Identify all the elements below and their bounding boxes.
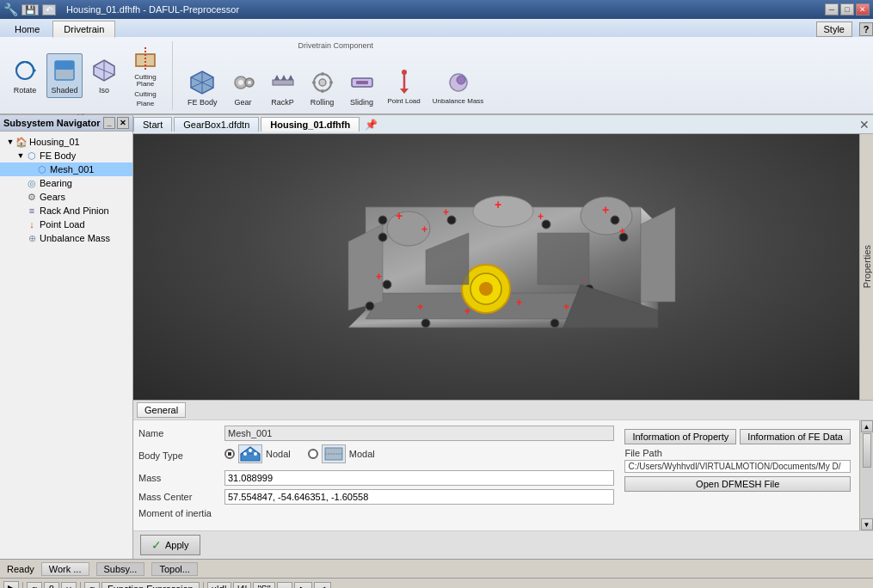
- unbalance-label: Unbalance Mass: [40, 233, 110, 243]
- bottom-panel-scrollbar[interactable]: ▲ ▼: [859, 420, 873, 530]
- toolbar-4-button[interactable]: |4|: [233, 582, 252, 589]
- svg-point-53: [366, 302, 374, 310]
- quick-save[interactable]: 💾: [22, 4, 39, 15]
- mass-input[interactable]: [224, 470, 614, 486]
- rotate-button[interactable]: Rotate: [7, 53, 43, 98]
- tab-drivetrain[interactable]: Drivetrain: [52, 21, 115, 38]
- status-tab-subsy[interactable]: Subsy...: [96, 562, 145, 576]
- modal-radio-circle: [308, 449, 318, 459]
- bearing-label: Bearing: [40, 178, 72, 188]
- title-text: Housing_01.dfhfh - DAFUL-Preprocessor: [66, 4, 239, 15]
- style-button[interactable]: Style: [816, 21, 852, 37]
- sliding-button[interactable]: Sliding: [344, 65, 380, 110]
- toolbar-alpha2-button[interactable]: α: [84, 582, 100, 589]
- scroll-down-arrow[interactable]: ▼: [861, 518, 873, 530]
- minimize-button[interactable]: ─: [825, 3, 839, 15]
- 3d-viewport[interactable]: + + + + + + + + + + + + + Pr: [133, 134, 873, 400]
- main-area: Subsystem Navigator _ ✕ ▼ 🏠 Housing_01 ▼…: [0, 115, 873, 559]
- svg-rect-3: [55, 61, 74, 70]
- shaded-button[interactable]: Shaded: [46, 53, 83, 98]
- svg-text:+: +: [538, 211, 544, 223]
- nodal-radio[interactable]: Nodal: [224, 444, 291, 463]
- tab-housing01[interactable]: Housing_01.dfhfh: [261, 117, 360, 132]
- close-tab-button[interactable]: ✕: [856, 118, 873, 132]
- scroll-thumb[interactable]: [863, 433, 871, 468]
- toolbar-gamma-button[interactable]: γ: [61, 582, 77, 589]
- ribbon-content: Rotate Shaded: [0, 37, 873, 114]
- tree-item-unbalance-mass[interactable]: ▶ ⊕ Unbalance Mass: [0, 231, 132, 245]
- svg-rect-28: [356, 81, 368, 84]
- unbalance-mass-icon: [445, 69, 472, 96]
- expand-fe-body[interactable]: ▼: [15, 150, 26, 161]
- toolbar-u-button[interactable]: u|d|: [207, 582, 231, 589]
- svg-point-55: [383, 280, 391, 289]
- rolling-button[interactable]: Rolling: [304, 65, 341, 110]
- tab-home[interactable]: Home: [3, 21, 51, 37]
- titlebar: 🔧 💾 ↶ Housing_01.dfhfh - DAFUL-Preproces…: [0, 0, 873, 19]
- tree-item-housing01[interactable]: ▼ 🏠 Housing_01: [0, 135, 132, 149]
- toolbar-play2-button[interactable]: ►: [294, 582, 312, 589]
- toolbar-func-expr-button[interactable]: Function Expression: [101, 582, 200, 589]
- pin-tab-button[interactable]: 📌: [361, 119, 381, 131]
- toolbar-stop-button[interactable]: ◄: [314, 582, 332, 589]
- open-file-button[interactable]: Open DFMESH File: [624, 476, 851, 492]
- tree-item-gears[interactable]: ▶ ⚙ Gears: [0, 190, 132, 204]
- toolbar-beta-button[interactable]: β: [44, 582, 59, 589]
- properties-panel[interactable]: Properties: [859, 134, 873, 400]
- cutting-plane-button[interactable]: Cutting Plane Cutting Plane: [126, 41, 165, 112]
- tree-item-mesh001[interactable]: ▶ ⬡ Mesh_001: [0, 162, 132, 176]
- tree-item-fe-body[interactable]: ▼ ⬡ FE Body: [0, 149, 132, 162]
- tree-item-rack-and-pinion[interactable]: ▶ ≡ Rack And Pinion: [0, 204, 132, 217]
- svg-text:+: +: [443, 206, 449, 218]
- nav-close-button[interactable]: ✕: [117, 117, 129, 129]
- svg-point-31: [402, 70, 407, 75]
- status-tab-topol[interactable]: Topol...: [151, 562, 197, 576]
- iso-button[interactable]: Iso: [86, 53, 122, 98]
- info-fe-button[interactable]: Information of FE Data: [740, 429, 851, 444]
- col-form-left: Name Body Type: [138, 426, 614, 522]
- toolbar-dot-button[interactable]: •: [277, 582, 292, 589]
- maximize-button[interactable]: □: [840, 3, 854, 15]
- gears-icon: [230, 69, 257, 96]
- expand-housing01[interactable]: ▼: [5, 137, 15, 147]
- name-row: Name: [138, 426, 614, 441]
- toolbar-s-button[interactable]: "S": [253, 582, 274, 589]
- scroll-track[interactable]: [862, 433, 872, 518]
- svg-marker-73: [538, 233, 589, 285]
- mass-center-input[interactable]: [224, 489, 614, 505]
- body-type-label: Body Type: [138, 450, 224, 461]
- toolbar-alpha-button[interactable]: α: [27, 582, 42, 589]
- modal-radio[interactable]: Modal: [308, 444, 375, 463]
- svg-text:+: +: [495, 198, 501, 211]
- form-two-col: Name Body Type: [138, 426, 854, 522]
- svg-point-22: [319, 79, 326, 86]
- general-tab[interactable]: General: [137, 402, 186, 418]
- info-property-button[interactable]: Information of Property: [624, 429, 736, 444]
- tab-start[interactable]: Start: [133, 117, 172, 132]
- svg-rect-17: [273, 80, 293, 85]
- status-tab-work[interactable]: Work ...: [41, 562, 89, 576]
- mass-center-label: Mass Center: [138, 492, 224, 502]
- gears-button[interactable]: Gear: [225, 65, 261, 110]
- rack-label: Rack And Pinion: [40, 205, 109, 216]
- rackp-button[interactable]: RackP: [265, 65, 301, 110]
- close-button[interactable]: ✕: [856, 3, 870, 15]
- name-input[interactable]: [224, 426, 614, 441]
- scroll-up-arrow[interactable]: ▲: [861, 420, 873, 432]
- fe-body-tree-icon: ⬡: [26, 150, 38, 162]
- toolbar-play-button[interactable]: ▶: [3, 581, 19, 588]
- tab-gearbox1[interactable]: GearBox1.dfdtn: [174, 117, 259, 132]
- fe-body-button[interactable]: FE Body: [183, 65, 222, 110]
- unbalance-mass-button[interactable]: Unbalance Mass: [428, 65, 489, 109]
- help-icon[interactable]: ?: [859, 22, 873, 36]
- point-load-button[interactable]: Point Load: [384, 65, 425, 109]
- apply-button[interactable]: ✓ Apply: [140, 535, 200, 555]
- quick-undo[interactable]: ↶: [42, 4, 56, 15]
- ribbon-right: Style ?: [816, 21, 873, 37]
- tree-item-point-load[interactable]: ▶ ↓ Point Load: [0, 217, 132, 231]
- toolbar-sep-1: [22, 582, 23, 589]
- rackp-icon: [269, 69, 297, 96]
- tree-item-bearing[interactable]: ▶ ◎ Bearing: [0, 176, 132, 190]
- navigation-tree: ▼ 🏠 Housing_01 ▼ ⬡ FE Body ▶ ⬡ Mesh_001: [0, 132, 132, 559]
- nav-minimize-button[interactable]: _: [103, 117, 115, 129]
